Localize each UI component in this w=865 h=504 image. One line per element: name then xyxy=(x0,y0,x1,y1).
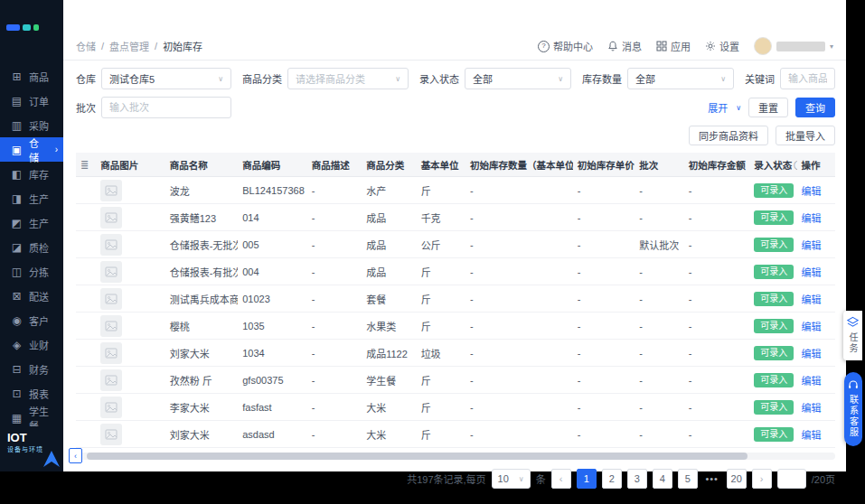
sidebar-item-production-2[interactable]: ◩生产 xyxy=(0,210,63,235)
cell-base-unit: 斤 xyxy=(417,313,465,340)
col-product-image: 商品图片 xyxy=(96,153,165,177)
edit-button[interactable]: 编辑 xyxy=(802,213,822,224)
batch-label: 批次 xyxy=(76,100,96,115)
table-row: 仓储报表-有批次 004 - 成品 斤 - - - - 可录入 编辑 xyxy=(76,258,835,285)
cell-product-name: 孜然粉 斤 xyxy=(165,367,239,394)
expand-filters-link[interactable]: 展开 ∨ xyxy=(708,100,741,115)
cell-initial-price: - xyxy=(573,367,635,394)
edit-button[interactable]: 编辑 xyxy=(802,322,822,332)
sidebar-item-label: 报表 xyxy=(29,387,49,401)
edit-button[interactable]: 编辑 xyxy=(802,403,822,414)
scrollbar-thumb[interactable] xyxy=(87,453,747,460)
product-image-placeholder xyxy=(100,424,122,445)
batch-input[interactable] xyxy=(109,102,223,113)
batch-import-button[interactable]: 批量导入 xyxy=(776,126,835,145)
cell-base-unit: 垃圾 xyxy=(417,340,465,367)
messages-button[interactable]: 消息 xyxy=(607,39,642,53)
breadcrumb-root[interactable]: 仓储 xyxy=(76,39,96,53)
entry-status-select[interactable]: 全部 ∨ xyxy=(465,68,571,89)
edit-button[interactable]: 编辑 xyxy=(802,186,822,197)
page-size-select[interactable]: 10 ∨ xyxy=(492,469,531,489)
messages-label: 消息 xyxy=(622,39,642,53)
sidebar-item-student-meal[interactable]: ▦学生餐 xyxy=(0,406,63,426)
breadcrumb-current: 初始库存 xyxy=(163,39,202,53)
cell-product-name: 刘家大米 xyxy=(165,421,239,448)
warehouse-icon: ▣ xyxy=(11,144,23,156)
cell-initial-amount: - xyxy=(684,258,750,285)
sidebar-item-finance[interactable]: ⊟财务 xyxy=(0,357,63,381)
cell-product-desc: - xyxy=(307,231,362,258)
app-window: ⊞商品 ▤订单 ▥采购 ▣仓储› ◧库存 ◨生产 ◩生产 ◪质检 ◫分拣 ⊠配送… xyxy=(0,0,846,471)
cell-product-category: 大米 xyxy=(362,394,416,421)
filter-row-2: 批次 展开 ∨ 重置 查询 xyxy=(76,97,835,118)
category-select[interactable]: 请选择商品分类 ∨ xyxy=(287,68,409,89)
help-center-button[interactable]: ? 帮助中心 xyxy=(538,39,593,53)
sidebar-item-quality[interactable]: ◪质检 xyxy=(0,235,63,259)
category-placeholder: 请选择商品分类 xyxy=(296,71,390,86)
cell-initial-qty: - xyxy=(465,421,573,448)
breadcrumb-section[interactable]: 盘点管理 xyxy=(109,39,149,53)
topbar-actions: ? 帮助中心 消息 应用 设置 ▾ xyxy=(538,37,833,55)
keyword-input-wrap xyxy=(780,68,835,89)
sidebar-item-label: 财务 xyxy=(29,362,49,377)
sidebar-item-customers[interactable]: ◉客户 xyxy=(0,308,63,332)
table-row: 孜然粉 斤 gfs00375 - 学生餐 斤 - - - - 可录入 编辑 xyxy=(76,367,835,394)
prev-page-button[interactable]: ‹ xyxy=(551,469,571,489)
cell-initial-amount: - xyxy=(684,313,750,340)
cell-product-code: 005 xyxy=(238,231,307,258)
page-button-5[interactable]: 5 xyxy=(678,469,698,489)
cell-product-desc: - xyxy=(307,421,362,448)
table-header-row: ≣ 商品图片 商品名称 商品编码 商品描述 商品分类 基本单位 初始库存数量（基… xyxy=(76,153,835,177)
cell-product-desc: - xyxy=(307,394,362,421)
sidebar-item-production[interactable]: ◨生产 xyxy=(0,186,63,210)
stock-qty-select[interactable]: 全部 ∨ xyxy=(627,68,734,89)
status-badge: 可录入 xyxy=(754,265,794,279)
page-jump-input[interactable] xyxy=(777,469,806,489)
scroll-left-button[interactable]: ‹ xyxy=(69,448,82,463)
contact-support-button[interactable]: 联系客服 xyxy=(844,372,862,446)
sync-products-button[interactable]: 同步商品资料 xyxy=(689,126,768,145)
page-button-20[interactable]: 20 xyxy=(727,469,747,489)
sidebar-item-warehouse[interactable]: ▣仓储› xyxy=(0,137,63,162)
sidebar-item-orders[interactable]: ▤订单 xyxy=(0,89,63,113)
sidebar-item-biz-finance[interactable]: ◈业财 xyxy=(0,332,63,357)
page-button-3[interactable]: 3 xyxy=(627,469,647,489)
search-button[interactable]: 查询 xyxy=(795,98,835,117)
next-page-button[interactable]: › xyxy=(752,469,772,489)
more-pages-icon[interactable]: ••• xyxy=(703,470,721,488)
edit-button[interactable]: 编辑 xyxy=(802,294,822,305)
sidebar-item-label: 订单 xyxy=(29,94,49,108)
edit-button[interactable]: 编辑 xyxy=(802,267,822,278)
sidebar-item-sorting[interactable]: ◫分拣 xyxy=(0,259,63,284)
page-button-2[interactable]: 2 xyxy=(602,469,622,489)
warehouse-select[interactable]: 测试仓库5 ∨ xyxy=(101,68,231,89)
reset-button[interactable]: 重置 xyxy=(748,98,788,117)
apps-button[interactable]: 应用 xyxy=(656,39,691,53)
sidebar-item-inventory[interactable]: ◧库存 xyxy=(0,162,63,186)
keyword-input[interactable] xyxy=(788,73,827,84)
sidebar-item-purchase[interactable]: ▥采购 xyxy=(0,113,63,137)
horizontal-scrollbar[interactable]: ‹ xyxy=(76,453,835,460)
cell-product-code: 014 xyxy=(238,204,307,231)
user-menu[interactable]: ▾ xyxy=(754,37,833,55)
edit-button[interactable]: 编辑 xyxy=(802,376,822,387)
page-button-4[interactable]: 4 xyxy=(653,469,672,489)
cell-initial-price: - xyxy=(573,313,635,340)
edit-button[interactable]: 编辑 xyxy=(802,349,822,359)
settings-button[interactable]: 设置 xyxy=(705,39,739,53)
sidebar-item-reports[interactable]: ⊡报表 xyxy=(0,381,63,406)
info-icon[interactable]: ⓘ xyxy=(794,161,796,171)
task-panel-button[interactable]: 任务 xyxy=(843,311,862,360)
cell-product-name: 仓储报表-无批次 xyxy=(165,231,239,258)
edit-button[interactable]: 编辑 xyxy=(802,240,822,251)
column-settings-icon[interactable]: ≣ xyxy=(80,159,89,170)
chevron-down-icon: ∨ xyxy=(218,75,223,83)
sidebar-item-delivery[interactable]: ⊠配送 xyxy=(0,284,63,308)
sidebar-item-goods[interactable]: ⊞商品 xyxy=(0,64,63,89)
edit-button[interactable]: 编辑 xyxy=(802,430,822,441)
page-content: 仓库 测试仓库5 ∨ 商品分类 请选择商品分类 ∨ 录入状态 xyxy=(63,61,846,471)
page-button-1[interactable]: 1 xyxy=(577,469,597,489)
stock-qty-label: 库存数量 xyxy=(582,71,622,86)
cell-initial-price: - xyxy=(573,177,635,204)
chevron-down-icon: ▾ xyxy=(830,42,833,51)
